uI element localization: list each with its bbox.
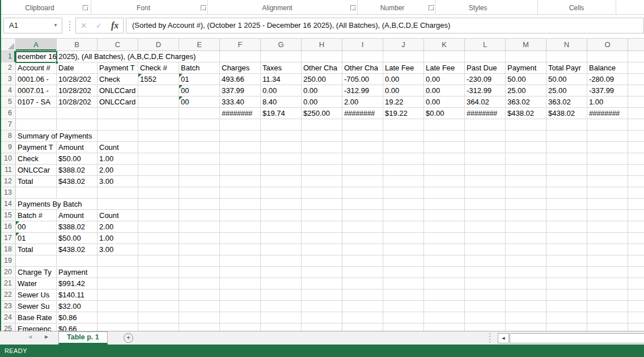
- cell-M18[interactable]: [506, 244, 546, 255]
- column-header-O[interactable]: O: [587, 39, 628, 51]
- cell-K23[interactable]: [424, 301, 465, 312]
- cell-H1[interactable]: [302, 51, 342, 62]
- cell-K20[interactable]: [424, 267, 465, 278]
- cell-J18[interactable]: [383, 244, 424, 255]
- cell-I25[interactable]: [342, 324, 383, 331]
- tab-scrollbar-splitter[interactable]: [489, 336, 490, 337]
- cell-B18[interactable]: $438.02: [57, 244, 98, 255]
- row-header-2[interactable]: 2: [0, 62, 16, 74]
- cell-B5[interactable]: 10/28/202: [57, 96, 98, 108]
- cell-H10[interactable]: [302, 153, 342, 165]
- sheet-tab-active[interactable]: Table p. 1: [58, 331, 108, 345]
- cell-K3[interactable]: 0.00: [424, 74, 465, 85]
- cell-L16[interactable]: [465, 221, 506, 233]
- cell-D3[interactable]: 1552: [138, 74, 179, 85]
- cell-O17[interactable]: [587, 233, 628, 244]
- cell-F12[interactable]: [220, 176, 261, 187]
- column-header-D[interactable]: D: [138, 39, 179, 51]
- cell-O7[interactable]: [587, 119, 628, 131]
- cell-G10[interactable]: [261, 153, 302, 165]
- cell-O25[interactable]: [587, 324, 628, 331]
- cell-F3[interactable]: 493.66: [220, 74, 261, 85]
- row-header-13[interactable]: 13: [0, 187, 16, 199]
- cell-B2[interactable]: Date: [57, 62, 98, 74]
- cell-B17[interactable]: $50.00: [57, 233, 98, 244]
- column-header-H[interactable]: H: [302, 39, 342, 51]
- sheet-nav-left-icon[interactable]: ◀: [28, 334, 32, 339]
- cell-J15[interactable]: [383, 210, 424, 221]
- column-header-N[interactable]: N: [546, 39, 587, 51]
- cell-B10[interactable]: $50.00: [57, 153, 98, 165]
- cell-F21[interactable]: [220, 278, 261, 289]
- cell-C20[interactable]: [98, 267, 138, 278]
- cell-M2[interactable]: Payment: [506, 62, 546, 74]
- cell-I18[interactable]: [342, 244, 383, 255]
- cell-G14[interactable]: [261, 199, 302, 210]
- cell-A19[interactable]: [16, 255, 57, 267]
- cell-J8[interactable]: [383, 131, 424, 142]
- cell-D9[interactable]: [138, 142, 179, 153]
- cell-M23[interactable]: [506, 301, 546, 312]
- column-header-E[interactable]: E: [179, 39, 220, 51]
- cell-G5[interactable]: 8.40: [261, 96, 302, 108]
- cell-N23[interactable]: [546, 301, 587, 312]
- cell-M8[interactable]: [506, 131, 546, 142]
- cell-I9[interactable]: [342, 142, 383, 153]
- cell-J24[interactable]: [383, 312, 424, 324]
- cell-H9[interactable]: [302, 142, 342, 153]
- cell-G25[interactable]: [261, 324, 302, 331]
- cell-L3[interactable]: -230.09: [465, 74, 506, 85]
- cell-C12[interactable]: 3.00: [98, 176, 138, 187]
- row-header-18[interactable]: 18: [0, 244, 16, 255]
- row-header-5[interactable]: 5: [0, 96, 16, 108]
- cell-F16[interactable]: [220, 221, 261, 233]
- cell-L9[interactable]: [465, 142, 506, 153]
- cell-F5[interactable]: 333.40: [220, 96, 261, 108]
- row-header-8[interactable]: 8: [0, 131, 16, 142]
- cell-I5[interactable]: 2.00: [342, 96, 383, 108]
- cell-J10[interactable]: [383, 153, 424, 165]
- cell-M11[interactable]: [506, 165, 546, 176]
- cell-M20[interactable]: [506, 267, 546, 278]
- cell-D23[interactable]: [138, 301, 179, 312]
- cell-M9[interactable]: [506, 142, 546, 153]
- cell-E13[interactable]: [179, 187, 220, 199]
- column-header-L[interactable]: L: [465, 39, 506, 51]
- cell-D17[interactable]: [138, 233, 179, 244]
- cell-M6[interactable]: $438.02: [506, 108, 546, 119]
- cell-F24[interactable]: [220, 312, 261, 324]
- cell-N25[interactable]: [546, 324, 587, 331]
- cell-A12[interactable]: Total: [16, 176, 57, 187]
- cell-J2[interactable]: Late Fee: [383, 62, 424, 74]
- cell-N10[interactable]: [546, 153, 587, 165]
- cell-F6[interactable]: ########: [220, 108, 261, 119]
- name-box[interactable]: A1 ▼: [3, 18, 62, 33]
- cell-I15[interactable]: [342, 210, 383, 221]
- row-header-11[interactable]: 11: [0, 165, 16, 176]
- cell-B15[interactable]: Amount: [57, 210, 98, 221]
- cell-J4[interactable]: 0.00: [383, 85, 424, 96]
- cell-M22[interactable]: [506, 289, 546, 301]
- cell-O11[interactable]: [587, 165, 628, 176]
- row-header-19[interactable]: 19: [0, 255, 16, 267]
- cell-D14[interactable]: [138, 199, 179, 210]
- cell-L13[interactable]: [465, 187, 506, 199]
- cell-H2[interactable]: Other Cha: [302, 62, 342, 74]
- cell-K5[interactable]: 0.00: [424, 96, 465, 108]
- cell-A9[interactable]: Payment T: [16, 142, 57, 153]
- cell-H23[interactable]: [302, 301, 342, 312]
- cell-K7[interactable]: [424, 119, 465, 131]
- cell-A16[interactable]: 00: [16, 221, 57, 233]
- cell-G8[interactable]: [261, 131, 302, 142]
- cell-M15[interactable]: [506, 210, 546, 221]
- cell-O12[interactable]: [587, 176, 628, 187]
- cell-L1[interactable]: [465, 51, 506, 62]
- cell-C5[interactable]: ONLCCard: [98, 96, 138, 108]
- cell-K16[interactable]: [424, 221, 465, 233]
- cell-J21[interactable]: [383, 278, 424, 289]
- cell-L10[interactable]: [465, 153, 506, 165]
- cell-C14[interactable]: [98, 199, 138, 210]
- cell-H25[interactable]: [302, 324, 342, 331]
- cell-O24[interactable]: [587, 312, 628, 324]
- cell-B23[interactable]: $32.00: [57, 301, 98, 312]
